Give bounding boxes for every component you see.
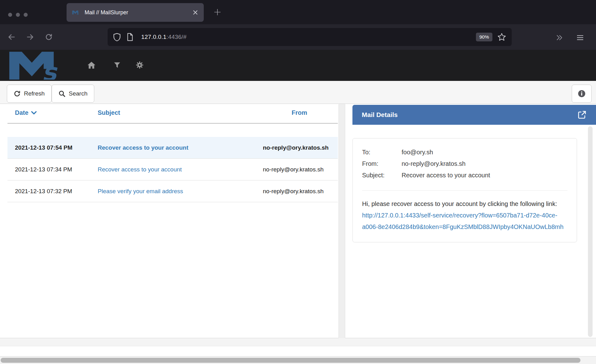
- mailslurper-logo: s: [9, 51, 71, 80]
- mail-date: 2021-12-13 07:34 PM: [7, 159, 98, 180]
- home-icon[interactable]: [87, 61, 96, 69]
- tab-title: Mail // MailSlurper: [85, 9, 193, 16]
- url-path: :4436/#: [166, 34, 187, 40]
- toolbar: Refresh Search: [0, 81, 596, 104]
- column-header-date[interactable]: Date: [7, 104, 98, 124]
- mail-from: no-reply@ory.kratos.sh: [261, 137, 338, 159]
- from-label: From:: [362, 158, 402, 170]
- search-icon: [58, 90, 65, 97]
- browser-window: s Mail // MailSlurper: [0, 0, 596, 364]
- column-header-date-label: Date: [15, 109, 28, 116]
- url-bar[interactable]: 127.0.0.1:4436/# 90%: [108, 28, 512, 46]
- mail-subject-link[interactable]: Recover access to your account: [98, 144, 188, 151]
- column-header-subject: Subject: [98, 104, 261, 124]
- gear-icon[interactable]: [136, 61, 144, 69]
- info-button[interactable]: [572, 85, 592, 103]
- window-control-dot[interactable]: [24, 13, 28, 17]
- details-scrollbar[interactable]: [588, 126, 593, 337]
- mail-subject-link[interactable]: Please verify your email address: [98, 188, 183, 194]
- from-value: no-reply@ory.kratos.sh: [402, 158, 466, 170]
- tab-bar: s Mail // MailSlurper: [0, 0, 596, 24]
- mail-subject-link[interactable]: Recover access to your account: [98, 166, 182, 173]
- navigation-bar: 127.0.0.1:4436/# 90%: [0, 24, 596, 50]
- back-arrow-icon[interactable]: [7, 33, 16, 41]
- mail-date: 2021-12-13 07:32 PM: [7, 180, 98, 202]
- to-label: To:: [362, 147, 402, 158]
- to-value: foo@ory.sh: [402, 147, 433, 158]
- page-icon[interactable]: [127, 33, 133, 41]
- table-row[interactable]: 2021-12-13 07:32 PMPlease verify your em…: [7, 180, 338, 202]
- mail-from: no-reply@ory.kratos.sh: [261, 180, 338, 202]
- window-control-dot[interactable]: [8, 13, 12, 17]
- horizontal-scrollbar[interactable]: [0, 356, 596, 364]
- mail-body-text: Hi, please recover access to your accoun…: [362, 200, 557, 207]
- field-to: To: foo@ory.sh: [362, 147, 567, 158]
- info-icon: [578, 90, 586, 98]
- refresh-button[interactable]: Refresh: [7, 85, 52, 103]
- divider: [362, 190, 567, 191]
- window-control-dots[interactable]: [8, 13, 28, 17]
- subject-label: Subject:: [362, 170, 402, 181]
- column-header-from: From: [261, 104, 338, 124]
- overflow-chevrons-icon[interactable]: [555, 34, 563, 42]
- mail-details-panel: Mail Details To: foo@ory.sh From: no-rep…: [345, 104, 596, 338]
- table-header-row: Date Subject From: [7, 104, 338, 124]
- tab-favicon-icon: s: [72, 10, 81, 15]
- field-subject: Subject: Recover access to your account: [362, 170, 567, 181]
- mail-table: Date Subject From 2021-12-13 07:54 PMRec…: [7, 104, 338, 202]
- bottom-strip: [0, 338, 596, 346]
- spacer-row: [7, 124, 338, 137]
- table-row[interactable]: 2021-12-13 07:54 PMRecover access to you…: [7, 137, 338, 159]
- recovery-link[interactable]: http://127.0.0.1:4433/self-service/recov…: [362, 212, 564, 230]
- search-button[interactable]: Search: [52, 85, 94, 103]
- chevron-down-icon: [31, 111, 37, 114]
- mail-details-title: Mail Details: [362, 111, 398, 119]
- url-host: 127.0.0.1: [141, 34, 166, 40]
- mail-details-header: Mail Details: [352, 105, 596, 125]
- mail-details-card: To: foo@ory.sh From: no-reply@ory.kratos…: [352, 138, 577, 242]
- app-header: s: [0, 50, 596, 81]
- forward-arrow-icon[interactable]: [26, 33, 34, 41]
- shield-icon[interactable]: [113, 33, 121, 41]
- mail-list-panel: Date Subject From 2021-12-13 07:54 PMRec…: [0, 104, 338, 338]
- field-from: From: no-reply@ory.kratos.sh: [362, 158, 567, 170]
- svg-text:s: s: [77, 12, 79, 15]
- url-text[interactable]: 127.0.0.1:4436/#: [141, 34, 187, 40]
- mail-list-body: 2021-12-13 07:54 PMRecover access to you…: [7, 124, 338, 202]
- refresh-icon: [14, 90, 21, 97]
- mail-from: no-reply@ory.kratos.sh: [261, 159, 338, 180]
- plus-icon[interactable]: [213, 8, 221, 16]
- svg-text:s: s: [42, 58, 58, 80]
- horizontal-scrollbar-thumb[interactable]: [1, 358, 580, 363]
- filter-icon[interactable]: [114, 62, 120, 68]
- zoom-level-badge[interactable]: 90%: [476, 33, 492, 41]
- subject-value: Recover access to your account: [402, 170, 490, 181]
- table-row[interactable]: 2021-12-13 07:34 PMRecover access to you…: [7, 159, 338, 180]
- star-icon[interactable]: [497, 33, 506, 41]
- window-control-dot[interactable]: [16, 13, 20, 17]
- bottom-strip-white: [0, 346, 596, 356]
- mail-date: 2021-12-13 07:54 PM: [7, 137, 98, 159]
- content-area: Date Subject From 2021-12-13 07:54 PMRec…: [0, 104, 596, 338]
- search-button-label: Search: [69, 90, 87, 97]
- mail-body: Hi, please recover access to your accoun…: [362, 198, 567, 233]
- external-link-icon[interactable]: [577, 110, 587, 119]
- browser-tab[interactable]: s Mail // MailSlurper: [67, 3, 204, 22]
- refresh-button-label: Refresh: [24, 90, 45, 97]
- close-icon[interactable]: [193, 10, 198, 15]
- menu-icon[interactable]: [576, 34, 584, 42]
- reload-icon[interactable]: [45, 33, 53, 41]
